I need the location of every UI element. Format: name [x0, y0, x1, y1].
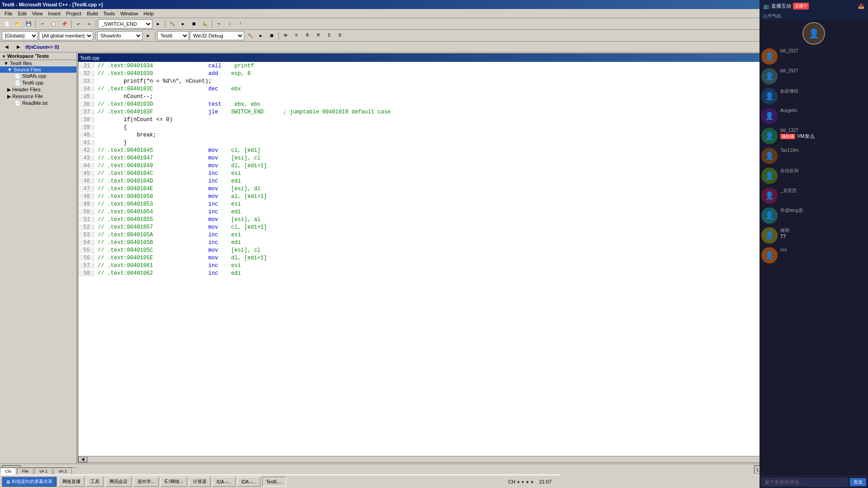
- code-line-50[interactable]: 50// .text:00401054 inc edi: [78, 208, 867, 216]
- taskbar-item-3[interactable]: 腾讯会议: [105, 477, 132, 487]
- header-files-item[interactable]: ▶ Header Files: [0, 86, 76, 93]
- showinfo-combo[interactable]: ShowInfo: [97, 31, 142, 40]
- menu-file[interactable]: File: [2, 10, 15, 17]
- menu-window[interactable]: Window: [118, 10, 141, 17]
- redo-btn[interactable]: ↪: [84, 19, 94, 29]
- disasm-btn[interactable]: D: [335, 31, 345, 41]
- sep7: [155, 32, 156, 40]
- nav-fwd-btn[interactable]: ▶: [14, 42, 24, 52]
- nav-back-btn[interactable]: ◀: [2, 42, 12, 52]
- taskbar-item-9[interactable]: Test6....: [262, 477, 286, 487]
- menu-tools[interactable]: Tools: [101, 10, 118, 17]
- mem-btn[interactable]: M: [313, 31, 323, 41]
- locals-btn[interactable]: ≡: [292, 31, 302, 41]
- step-out-btn[interactable]: ↑: [236, 19, 245, 29]
- menu-insert[interactable]: Insert: [45, 10, 63, 17]
- code-line-49[interactable]: 49// .text:00401053 inc esi: [78, 200, 867, 208]
- code-line-53[interactable]: 53// .text:0040105A inc esi: [78, 231, 867, 239]
- copy-btn[interactable]: 📋: [48, 19, 58, 29]
- win32-debug-combo[interactable]: Win32 Debug: [190, 31, 244, 40]
- code-line-55[interactable]: 55// .text:0040105C mov [esi], cl: [78, 246, 867, 254]
- showinfo-go-btn[interactable]: ▶: [143, 31, 153, 41]
- step-into-btn[interactable]: ↓: [225, 19, 235, 29]
- taskbar-item-7[interactable]: IDA –...: [212, 477, 236, 487]
- start-button[interactable]: 🖥 科锐逆向的屏幕共享: [2, 477, 57, 487]
- debug-btn[interactable]: 🐛: [200, 19, 210, 29]
- debug2-btn[interactable]: ▶: [256, 31, 266, 41]
- taskbar-item-2[interactable]: 工具: [86, 477, 104, 487]
- test6-label: Test6.cpp: [22, 80, 43, 85]
- cut-btn[interactable]: ✂: [38, 19, 47, 29]
- readme-item[interactable]: 📄 ReadMe.txt: [0, 100, 76, 107]
- code-line-36[interactable]: 36// .text:0040103D test ebx, ebx: [78, 100, 867, 108]
- taskbar-item-4[interactable]: 逆向学...: [133, 477, 159, 487]
- menu-edit[interactable]: Edit: [15, 10, 29, 17]
- code-line-47[interactable]: 47// .text:0040104E mov [esi], dl: [78, 185, 867, 192]
- code-line-40[interactable]: 40 break;: [78, 131, 867, 139]
- resource-files-item[interactable]: ▶ Resource File: [0, 93, 76, 100]
- code-line-44[interactable]: 44// .text:00401049 mov dl, [edi+1]: [78, 162, 867, 169]
- code-line-39[interactable]: 39 {: [78, 123, 867, 131]
- source-files-item[interactable]: ▼ Source Files: [0, 66, 76, 73]
- open-btn[interactable]: 📂: [13, 19, 23, 29]
- code-line-34[interactable]: 34// .text:0040103C dec ebx: [78, 85, 867, 93]
- step-over-btn[interactable]: ↷: [214, 19, 224, 29]
- test6-file-item[interactable]: 📄 Test6.cpp: [0, 80, 76, 86]
- paste-btn[interactable]: 📌: [59, 19, 69, 29]
- code-line-38[interactable]: 38 if(nCount <= 0): [78, 116, 867, 123]
- code-line-33[interactable]: 33 printf("n = %d\n", nCount);: [78, 77, 867, 85]
- code-line-37[interactable]: 37// .text:0040103F jle SWITCH_END ; jum…: [78, 108, 867, 116]
- code-line-56[interactable]: 56// .text:0040105E mov dl, [edi+1]: [78, 254, 867, 262]
- code-line-31[interactable]: 31// .text:00401034 call printf: [78, 62, 867, 70]
- start-icon: 🖥: [6, 479, 10, 484]
- menu-project[interactable]: Project: [63, 10, 84, 17]
- taskbar-item-6[interactable]: 计算器: [189, 477, 211, 487]
- taskbar-ch-icon: CH: [508, 479, 515, 484]
- line-content-35: nCount--;: [94, 94, 153, 100]
- globals-combo[interactable]: [Globals]: [2, 31, 38, 40]
- code-line-58[interactable]: 58// .text:00401062 inc edi: [78, 269, 867, 277]
- stdafx-item[interactable]: 📄 StdAfx.cpp: [0, 73, 76, 80]
- code-line-46[interactable]: 46// .text:0040104D inc edi: [78, 177, 867, 185]
- taskbar-item-5[interactable]: E:\网络...: [160, 477, 187, 487]
- test6-combo[interactable]: Test6: [157, 31, 189, 40]
- chat-input[interactable]: [761, 478, 848, 486]
- code-line-54[interactable]: 54// .text:0040105B inc edi: [78, 239, 867, 246]
- menu-help[interactable]: Help: [141, 10, 156, 17]
- chat-messages[interactable]: 👤bili_2927👤bili_2927👤如若懂经👤Aurgelm👤bili_1…: [760, 47, 868, 476]
- menu-build[interactable]: Build: [84, 10, 100, 17]
- stop-btn[interactable]: ⏹: [189, 19, 199, 29]
- code-line-51[interactable]: 51// .text:00401055 mov [esi], al: [78, 216, 867, 223]
- undo-btn[interactable]: ↩: [73, 19, 83, 29]
- save-btn[interactable]: 💾: [24, 19, 33, 29]
- stop2-btn[interactable]: ⏹: [267, 31, 277, 41]
- new-btn[interactable]: 📄: [2, 19, 12, 29]
- code-line-52[interactable]: 52// .text:00401057 mov cl, [edi+1]: [78, 223, 867, 231]
- switch-end-combo[interactable]: _SWITCH_END: [98, 19, 152, 28]
- menu-view[interactable]: View: [29, 10, 46, 17]
- taskbar-item-8[interactable]: IDA –...: [237, 477, 260, 487]
- code-line-32[interactable]: 32// .text:00401039 add esp, 8: [78, 70, 867, 77]
- global-member-combo[interactable]: [All global member]: [39, 31, 93, 40]
- code-line-45[interactable]: 45// .text:0040104C inc esi: [78, 169, 867, 177]
- chat-send-btn[interactable]: 发送: [850, 478, 866, 486]
- code-line-57[interactable]: 57// .text:00401061 inc esi: [78, 262, 867, 269]
- code-line-43[interactable]: 43// .text:00401047 mov [esi], cl: [78, 154, 867, 162]
- regs-btn[interactable]: R: [302, 31, 312, 41]
- watch-btn[interactable]: 👁: [281, 31, 291, 41]
- taskbar-item-1[interactable]: 网络直播: [58, 477, 85, 487]
- build2-btn[interactable]: 🔨: [245, 31, 255, 41]
- line-content-31: // .text:00401034 call printf: [94, 63, 254, 69]
- stack-btn[interactable]: S: [324, 31, 334, 41]
- line-content-47: // .text:0040104E mov [esi], dl: [94, 186, 260, 192]
- code-line-35[interactable]: 35 nCount--;: [78, 93, 867, 100]
- code-line-48[interactable]: 48// .text:00401050 mov al, [edi+1]: [78, 192, 867, 200]
- run-btn[interactable]: ▶: [178, 19, 188, 29]
- code-editor[interactable]: 31// .text:00401034 call printf32// .tex…: [78, 62, 867, 456]
- code-line-42[interactable]: 42// .text:00401045 mov cl, [edi]: [78, 146, 867, 154]
- build-btn[interactable]: 🔨: [167, 19, 177, 29]
- horizontal-scrollbar[interactable]: ◀ ▶: [78, 456, 867, 462]
- project-item[interactable]: ▼ Test6 files: [0, 60, 76, 66]
- go-btn[interactable]: ▶: [153, 19, 163, 29]
- code-line-41[interactable]: 41 }: [78, 139, 867, 146]
